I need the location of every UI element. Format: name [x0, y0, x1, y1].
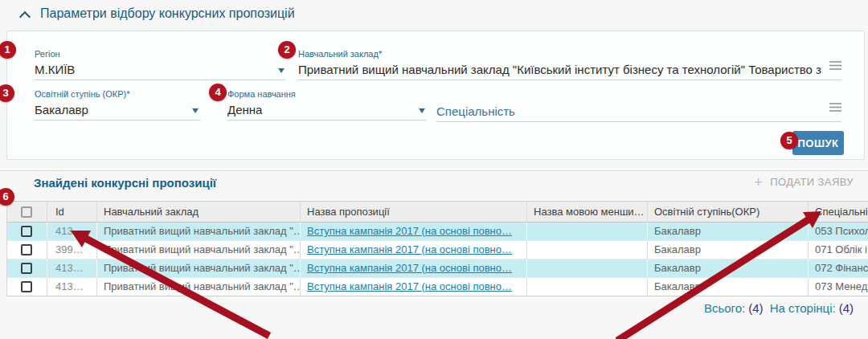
proposal-link[interactable]: Вступна кампанія 2017 (на основі повно… — [307, 280, 512, 292]
cell-id: 413… — [47, 223, 97, 240]
annotation-badge-5: 5 — [780, 132, 798, 149]
annotation-badge-4: 4 — [209, 84, 227, 101]
dropdown-caret-icon — [419, 108, 425, 113]
select-all-checkbox[interactable] — [21, 206, 32, 218]
region-select[interactable]: М.КИЇВ — [35, 61, 286, 80]
annotation-badge-2: 2 — [278, 41, 296, 59]
submit-application-button[interactable]: + ПОДАТИ ЗАЯВУ — [754, 176, 854, 188]
filters-panel: Регіон М.КИЇВ Навчальний заклад* Приватн… — [6, 31, 865, 160]
cell-specialty: 053 Психоло — [809, 223, 868, 240]
specialty-lookup[interactable]: Спеціальність — [436, 103, 841, 122]
cell-proposal: Вступна кампанія 2017 (на основі повно… — [301, 278, 527, 296]
dropdown-caret-icon — [278, 68, 285, 73]
page-label: На сторінці: — [770, 301, 836, 315]
specialty-placeholder: Спеціальність — [436, 104, 515, 118]
table-row: 399… Приватний вищий навчальний заклад "… — [7, 241, 868, 259]
proposal-link[interactable]: Вступна кампанія 2017 (на основі повно… — [307, 225, 512, 237]
header-cell-id: Id — [47, 202, 97, 222]
cell-minority-name — [527, 241, 648, 259]
cell-minority-name — [527, 223, 648, 240]
total-value: (4) — [748, 301, 763, 315]
header-cell-institution: Навчальний заклад — [97, 202, 301, 222]
results-title: Знайдені конкурсні пропозиції — [34, 176, 216, 190]
total-label: Всього: — [704, 301, 745, 315]
table-row: 413… Приватний вищий навчальний заклад "… — [7, 259, 868, 278]
institution-field: Навчальний заклад* Приватний вищий навча… — [298, 49, 841, 80]
cell-specialty: 071 Облік і о — [809, 241, 868, 259]
institution-lookup[interactable]: Приватний вищий навчальний заклад "Київс… — [298, 61, 841, 80]
header-cell-specialty: Спеціальніст — [809, 202, 868, 222]
cell-id: 413… — [47, 259, 97, 277]
table-row: 413… Приватний вищий навчальний заклад "… — [7, 278, 868, 296]
cell-specialty: 073 Менедж — [809, 278, 868, 296]
cell-degree: Бакалавр — [648, 241, 809, 259]
pagination-summary: Всього:(4) На сторінці:(4) — [701, 301, 854, 315]
filters-title: Параметри відбору конкурсних пропозицій — [40, 6, 295, 21]
row-checkbox[interactable] — [21, 281, 32, 292]
row-checkbox[interactable] — [21, 244, 32, 255]
submit-application-label: ПОДАТИ ЗАЯВУ — [770, 176, 854, 188]
region-label: Регіон — [35, 49, 286, 59]
header-cell-checkbox — [7, 202, 47, 222]
header-cell-minority-name: Назва мовою менши… — [527, 202, 648, 222]
proposals-table-container: Id Навчальний заклад Назва пропозиції На… — [6, 201, 868, 298]
cell-proposal: Вступна кампанія 2017 (на основі повно… — [301, 223, 527, 240]
cell-proposal: Вступна кампанія 2017 (на основі повно… — [301, 259, 527, 277]
search-button[interactable]: ПОШУК — [792, 131, 844, 155]
region-field: Регіон М.КИЇВ — [35, 49, 286, 80]
degree-label: Освітній ступінь (ОКР)* — [35, 89, 200, 99]
proposal-link[interactable]: Вступна кампанія 2017 (на основі повно… — [307, 243, 512, 255]
cell-minority-name — [527, 278, 648, 296]
list-picker-icon[interactable] — [829, 101, 841, 116]
cell-institution: Приватний вищий навчальний заклад "… — [97, 278, 301, 296]
plus-icon: + — [754, 177, 763, 188]
degree-select[interactable]: Бакалавр — [35, 101, 200, 120]
study-form-label: Форма навчання — [227, 89, 427, 99]
cell-institution: Приватний вищий навчальний заклад "… — [97, 223, 301, 240]
cell-checkbox — [7, 259, 47, 277]
cell-specialty: 072 Фінанси — [809, 259, 868, 277]
table-row: 413… Приватний вищий навчальний заклад "… — [7, 223, 868, 241]
page-value: (4) — [839, 301, 854, 315]
institution-label: Навчальний заклад* — [298, 49, 841, 59]
cell-degree: Бакалавр — [648, 223, 809, 240]
row-checkbox[interactable] — [21, 263, 32, 274]
header-cell-degree: Освітній ступінь(ОКР) — [648, 202, 809, 222]
degree-field: Освітній ступінь (ОКР)* Бакалавр — [35, 89, 200, 120]
cell-proposal: Вступна кампанія 2017 (на основі повно… — [301, 241, 527, 259]
cell-checkbox — [7, 278, 47, 296]
study-form-field: Форма навчання Денна — [227, 89, 427, 120]
collapse-chevron-icon — [21, 11, 30, 20]
cell-id: 399… — [47, 241, 97, 259]
dropdown-caret-icon — [192, 108, 199, 113]
filters-section-header[interactable]: Параметри відбору конкурсних пропозицій — [21, 6, 295, 21]
cell-degree: Бакалавр — [648, 278, 809, 296]
header-cell-proposal: Назва пропозиції — [301, 202, 527, 222]
cell-institution: Приватний вищий навчальний заклад "… — [97, 241, 301, 259]
cell-minority-name — [527, 259, 648, 277]
proposals-table: Id Навчальний заклад Назва пропозиції На… — [6, 201, 868, 296]
row-checkbox[interactable] — [21, 226, 32, 237]
cell-checkbox — [7, 241, 47, 259]
list-picker-icon[interactable] — [829, 59, 841, 74]
cell-institution: Приватний вищий навчальний заклад "… — [97, 259, 301, 277]
section-divider — [0, 170, 868, 171]
proposal-link[interactable]: Вступна кампанія 2017 (на основі повно… — [307, 262, 512, 274]
table-header-row: Id Навчальний заклад Назва пропозиції На… — [7, 201, 868, 223]
page: Параметри відбору конкурсних пропозицій … — [0, 0, 868, 339]
cell-degree: Бакалавр — [648, 259, 809, 277]
cell-id: 413… — [47, 278, 97, 296]
study-form-select[interactable]: Денна — [227, 101, 427, 120]
specialty-field: Спеціальність — [436, 89, 841, 122]
cell-checkbox — [7, 223, 47, 240]
